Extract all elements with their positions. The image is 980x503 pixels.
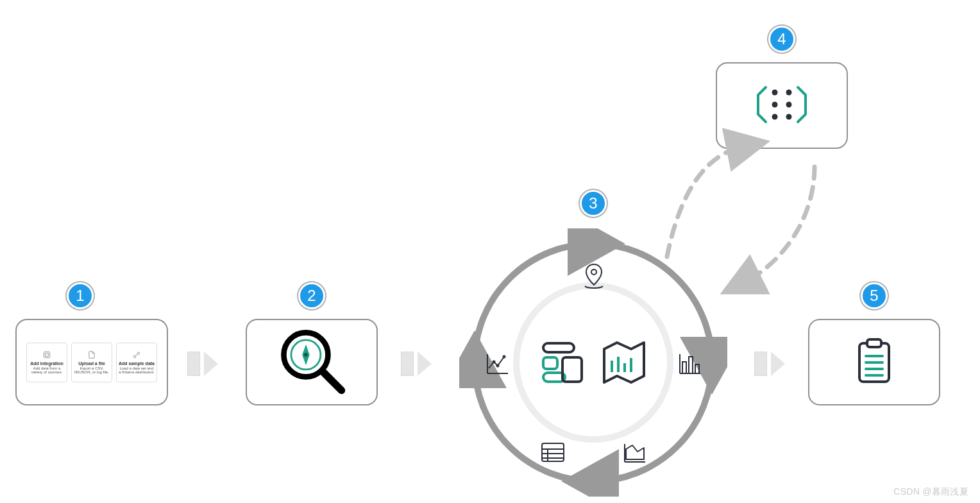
svg-point-8 <box>304 353 308 357</box>
card-desc: Load a data set and a Kibana dashboard. <box>118 366 155 374</box>
svg-point-35 <box>786 114 792 119</box>
svg-rect-22 <box>543 343 574 352</box>
svg-rect-15 <box>689 357 693 373</box>
svg-point-32 <box>772 101 778 107</box>
svg-point-30 <box>772 89 778 95</box>
step-1-card: Add integration Add data from a variety … <box>15 319 168 405</box>
card-title: Add integration <box>30 361 63 366</box>
watermark-text: CSDN @暮雨浅夏 <box>893 486 968 498</box>
step-3-badge: 3 <box>580 190 607 217</box>
flow-arrow-2-3 <box>401 352 432 376</box>
location-pin-icon <box>581 262 607 294</box>
bar-chart-icon <box>677 352 703 379</box>
compass-magnifier-icon <box>275 324 349 400</box>
flow-arrow-1-2 <box>187 352 218 376</box>
card-add-integration: Add integration Add data from a variety … <box>26 343 67 382</box>
step-2-badge: 2 <box>298 282 325 309</box>
svg-rect-1 <box>46 354 49 357</box>
step-4-badge: 4 <box>768 26 795 53</box>
svg-point-10 <box>591 269 596 275</box>
svg-rect-0 <box>44 352 49 357</box>
svg-rect-16 <box>695 364 699 373</box>
svg-point-31 <box>786 89 792 95</box>
map-chart-icon <box>598 339 650 389</box>
svg-point-34 <box>772 114 778 119</box>
area-chart-icon <box>622 441 648 467</box>
dashed-arrows-3-4 <box>648 128 847 302</box>
svg-rect-37 <box>867 339 881 347</box>
svg-point-33 <box>786 101 792 107</box>
card-upload-file: Upload a file Import a CSV, NDJSON, or l… <box>71 343 112 382</box>
flow-arrow-3-5 <box>754 352 785 376</box>
ml-brackets-dots-icon <box>754 82 809 130</box>
card-title: Upload a file <box>78 361 105 366</box>
dashboard-icon <box>541 341 590 386</box>
step-5-card <box>808 319 940 405</box>
table-icon <box>540 441 566 466</box>
svg-line-5 <box>323 372 341 391</box>
clipboard-list-icon <box>854 337 894 388</box>
step-1-badge: 1 <box>67 282 94 309</box>
card-title: Add sample data <box>119 361 155 366</box>
line-chart-icon <box>485 352 511 379</box>
svg-rect-23 <box>543 357 557 369</box>
card-desc: Import a CSV, NDJSON, or log file. <box>73 366 110 374</box>
card-sample-data: Add sample data Load a data set and a Ki… <box>116 343 157 382</box>
card-desc: Add data from a variety of sources. <box>28 366 65 374</box>
step-2-card <box>246 319 378 405</box>
svg-rect-14 <box>682 362 686 373</box>
step-5-badge: 5 <box>861 282 888 309</box>
